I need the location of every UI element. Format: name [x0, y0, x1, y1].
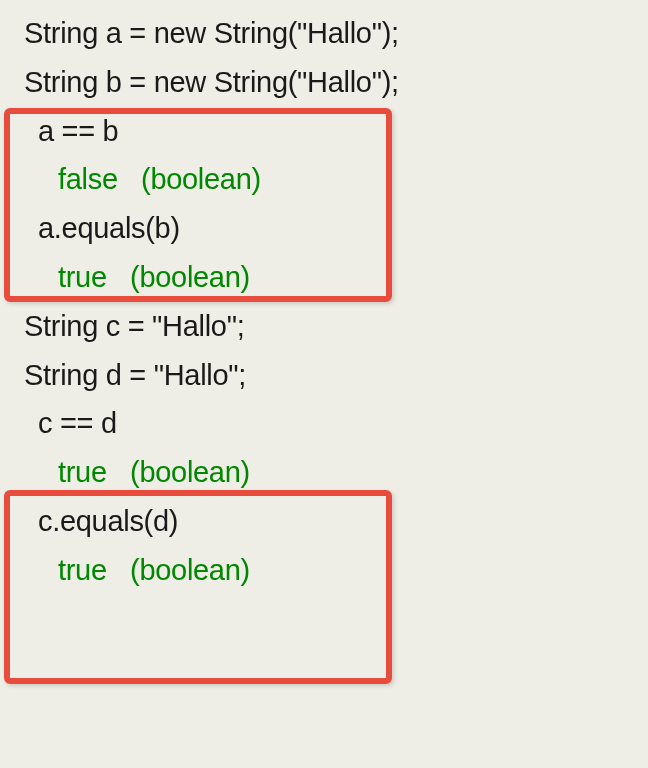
code-line-3: String c = "Hallo";	[24, 309, 648, 344]
expression-2: a.equals(b)	[24, 211, 648, 246]
code-line-1: String a = new String("Hallo");	[24, 16, 648, 51]
result-1: false (boolean)	[24, 162, 648, 197]
code-block: String a = new String("Hallo"); String b…	[0, 0, 648, 588]
result-4: true (boolean)	[24, 553, 648, 588]
expression-3: c == d	[24, 406, 648, 441]
result-3: true (boolean)	[24, 455, 648, 490]
expression-1: a == b	[24, 114, 648, 149]
code-line-4: String d = "Hallo";	[24, 358, 648, 393]
expression-4: c.equals(d)	[24, 504, 648, 539]
code-line-2: String b = new String("Hallo");	[24, 65, 648, 100]
result-2: true (boolean)	[24, 260, 648, 295]
